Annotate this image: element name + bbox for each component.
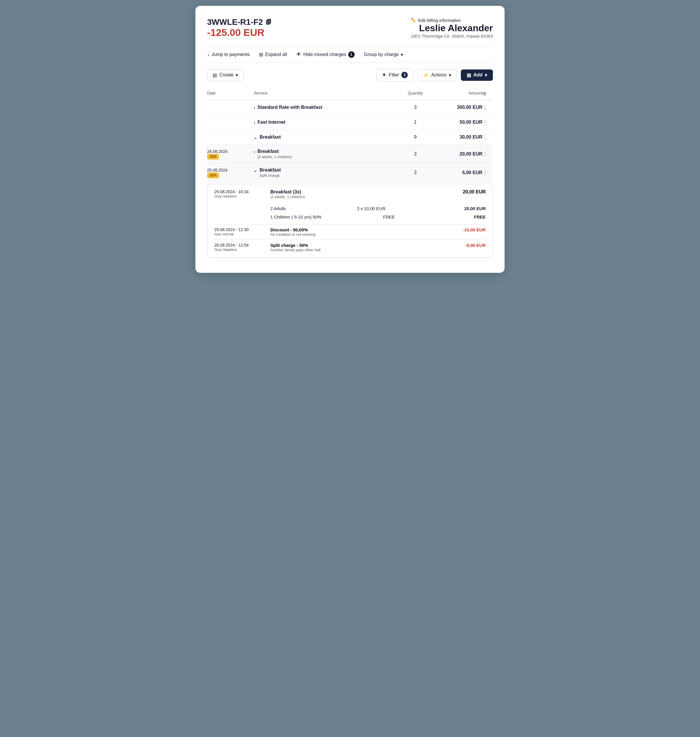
detail-content: Breakfast (3x) (2 adults, 1 children) 20…	[271, 189, 485, 221]
eye-icon: 👁	[296, 51, 301, 57]
row3-amount: 30,00 EUR	[436, 134, 482, 140]
add-chevron-icon: ▾	[485, 72, 487, 78]
row5-label-block: Breakfast Split charge	[260, 168, 281, 178]
table-row: › Standard Rate with Breakfast 3 300,00 …	[207, 100, 493, 115]
jump-to-payments-btn[interactable]: ↓ Jump to payments	[207, 51, 250, 57]
jump-to-payments-label: Jump to payments	[212, 52, 250, 57]
header-left: 3WWLE-R1-F2 🗐 -125.00 EUR	[207, 18, 272, 40]
group-by-charge-btn[interactable]: Group by charge ▾	[364, 52, 403, 57]
row4-date-cell: 24.08.2024 SER	[207, 149, 254, 159]
discount-user: Ivan Horvat	[215, 232, 261, 236]
detail-title: Breakfast (3x)	[271, 189, 305, 195]
row5-dots-btn[interactable]: ⋮	[482, 169, 488, 176]
actions-btn[interactable]: ⚡ Actions ▾	[418, 69, 456, 81]
detail-left: Breakfast (3x) (2 adults, 1 children)	[271, 189, 305, 203]
col-grid-icon: ⊞	[482, 90, 493, 97]
create-icon: ▤	[213, 72, 217, 78]
detail-line-0-unit: 2 x 10,00 EUR	[354, 206, 389, 211]
split-content: Split charge - 50% Another family pays o…	[271, 243, 485, 252]
lightning-icon: ⚡	[423, 72, 429, 78]
discount-content: Discount - 50,00% Air condition is not w…	[271, 227, 485, 237]
detail-line-1-unit: FREE	[372, 215, 407, 219]
detail-card: 25.08.2024 - 10:34 Guy Hawkins Breakfast…	[207, 184, 493, 257]
table-row: › Fast Internet 1 50,00 EUR ⋮	[207, 115, 493, 130]
table-row: 25.08.2024 SER ⌄ Breakfast Split charge …	[207, 163, 493, 182]
row4-sublabel: (2 adults, 1 children)	[257, 154, 292, 159]
expand-icon: ⊞	[259, 51, 263, 58]
split-sub: Another family pays other half	[271, 248, 321, 252]
detail-datetime: 25.08.2024 - 10:34	[215, 189, 261, 194]
row4-qty: 3	[395, 152, 436, 157]
row5-qty: 3	[395, 170, 436, 175]
hide-moved-charges-btn[interactable]: 👁 Hide moved charges 1	[296, 51, 355, 58]
create-btn[interactable]: ▤ Create ▾	[207, 69, 244, 81]
row4-dots-btn[interactable]: ⋮	[482, 151, 488, 157]
detail-card-inner: 25.08.2024 - 10:34 Guy Hawkins Breakfast…	[215, 189, 485, 221]
col-amount: Amount	[436, 90, 482, 97]
expand-all-btn[interactable]: ⊞ Expand all	[259, 51, 287, 58]
actions-chevron-icon: ▾	[449, 72, 451, 78]
header-right: ✏️ Edit billing information Leslie Alexa…	[411, 18, 493, 38]
main-card: 3WWLE-R1-F2 🗐 -125.00 EUR ✏️ Edit billin…	[196, 6, 504, 273]
row5-label-cell: ⌄ Breakfast Split charge	[254, 168, 395, 178]
detail-line-0-label: 2 Adults	[271, 206, 286, 211]
row4-label-inner: › Breakfast (2 adults, 1 children)	[254, 149, 395, 159]
create-chevron-icon: ▾	[236, 72, 238, 78]
row3-qty: 9	[395, 134, 436, 140]
add-btn[interactable]: ▤ Add ▾	[461, 69, 493, 81]
row4-date: 24.08.2024	[207, 149, 254, 154]
detail-user: Guy Hawkins	[215, 194, 261, 199]
discount-amount: -10,00 EUR	[463, 227, 485, 232]
row2-dots-btn[interactable]: ⋮	[482, 119, 488, 125]
edit-billing-label: Edit billing information	[418, 18, 461, 23]
col-date: Date	[207, 90, 254, 97]
row4-label-cell: › Breakfast (2 adults, 1 children)	[254, 149, 395, 159]
row2-label-cell: › Fast Internet	[254, 120, 395, 125]
pencil-icon: ✏️	[411, 18, 416, 23]
row1-chevron-icon[interactable]: ›	[254, 105, 255, 110]
header: 3WWLE-R1-F2 🗐 -125.00 EUR ✏️ Edit billin…	[207, 18, 493, 40]
group-by-charge-label: Group by charge	[364, 52, 399, 57]
detail-line-1-label: 1 Children ( 5-10 yrs) 50%	[271, 215, 321, 219]
filter-btn[interactable]: ▼ Filter 2	[376, 69, 413, 81]
row5-chevron-icon[interactable]: ⌄	[254, 168, 257, 173]
hide-moved-badge: 1	[348, 51, 355, 58]
booking-id-text: 3WWLE-R1-F2	[207, 18, 263, 27]
discount-sub: Air condition is not working	[271, 232, 316, 237]
row5-amount: 5,00 EUR	[436, 170, 482, 175]
row2-amount: 50,00 EUR	[436, 120, 482, 125]
col-service: Service	[254, 90, 395, 97]
row5-date-cell: 25.08.2024 SER	[207, 168, 254, 178]
edit-billing-btn[interactable]: ✏️ Edit billing information	[411, 18, 493, 23]
guest-name: Leslie Alexander	[411, 23, 493, 34]
row3-chevron-icon[interactable]: ⌄	[254, 135, 257, 140]
row5-label: Breakfast	[260, 168, 281, 173]
row3-dots-btn[interactable]: ⋮	[482, 134, 488, 140]
actions-row: ▤ Create ▾ ▼ Filter 2 ⚡ Actions ▾ ▤ Add …	[207, 69, 493, 81]
row4-chevron-icon[interactable]: ›	[254, 149, 255, 154]
discount-left: Discount - 50,00% Air condition is not w…	[271, 227, 316, 237]
row3-label-cell: ⌄ Breakfast	[254, 134, 395, 140]
row1-label-cell: › Standard Rate with Breakfast	[254, 105, 395, 110]
amount-display: -125.00 EUR	[207, 27, 272, 38]
add-label: Add	[474, 72, 482, 78]
detail-line-0-amount: 20,00 EUR	[456, 206, 485, 211]
create-label: Create	[219, 72, 233, 78]
row2-label: Fast Internet	[257, 120, 285, 125]
booking-id-row: 3WWLE-R1-F2 🗐	[207, 18, 272, 27]
detail-line-row: 1 Children ( 5-10 yrs) 50% FREE FREE	[271, 213, 485, 221]
split-amount: -5,00 EUR	[465, 243, 485, 248]
guest-address: 1901 Thornridge Cir. Shiloh, Hawaii 8106…	[411, 34, 493, 38]
row1-amount: 300,00 EUR	[436, 105, 482, 110]
row1-dots-btn[interactable]: ⋮	[482, 104, 488, 110]
expand-all-label: Expand all	[265, 52, 287, 57]
row4-amount: 20,00 EUR	[436, 152, 482, 157]
discount-datetime: 25.08.2024 - 12:30	[215, 227, 261, 232]
row2-chevron-icon[interactable]: ›	[254, 120, 255, 125]
actions-label: Actions	[431, 72, 446, 78]
copy-icon[interactable]: 🗐	[266, 19, 272, 26]
table-row: ⌄ Breakfast 9 30,00 EUR ⋮	[207, 130, 493, 145]
arrow-down-icon: ↓	[207, 51, 210, 57]
row5-ser-badge: SER	[207, 172, 219, 178]
grid-select-icon[interactable]: ⊞	[482, 91, 486, 96]
